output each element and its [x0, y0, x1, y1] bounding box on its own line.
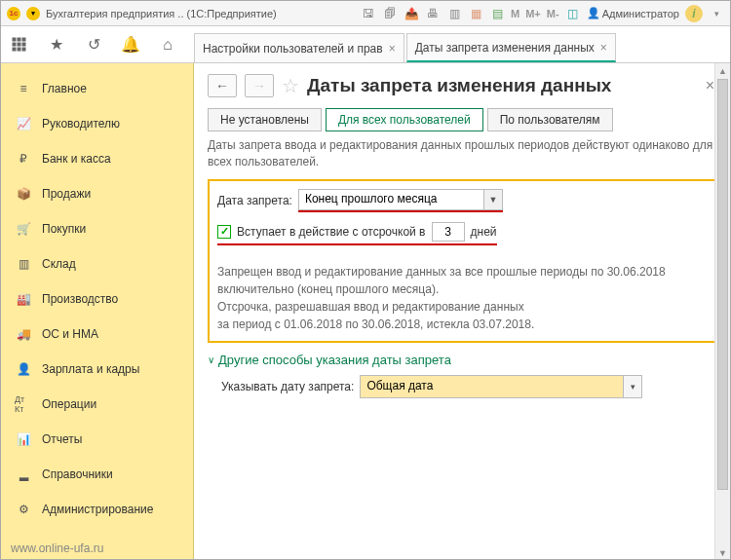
seg-not-set[interactable]: Не установлены	[208, 108, 322, 131]
sidebar-item-production[interactable]: 🏭Производство	[1, 281, 193, 317]
delay-label-pre: Вступает в действие с отсрочкой в	[237, 225, 426, 239]
person-icon: 👤	[15, 360, 32, 378]
m-minus-icon[interactable]: M-	[547, 8, 559, 19]
chart-up-icon: 📈	[15, 115, 32, 132]
seg-by-users[interactable]: По пользователям	[487, 108, 613, 131]
lock-explanation: Запрещен ввод и редактирование данных за…	[217, 263, 709, 333]
scroll-up-icon[interactable]: ▲	[715, 63, 730, 79]
sidebar-item-label: Продажи	[42, 187, 91, 201]
sidebar-item-warehouse[interactable]: ▥Склад	[1, 246, 193, 281]
sidebar-item-label: Руководителю	[42, 117, 120, 131]
svg-rect-0	[13, 38, 16, 41]
sidebar-item-bank[interactable]: ₽Банк и касса	[1, 141, 193, 176]
svg-rect-7	[18, 48, 20, 51]
scope-segment: Не установлены Для всех пользователей По…	[208, 108, 718, 131]
sidebar-item-reports[interactable]: 📊Отчеты	[1, 422, 193, 457]
close-icon[interactable]: ×	[600, 41, 607, 55]
notifications-icon[interactable]: 🔔	[112, 26, 149, 63]
chart-icon[interactable]: ▥	[446, 6, 462, 21]
chevron-down-icon[interactable]: ▾	[623, 375, 642, 398]
sidebar-item-label: Покупки	[42, 222, 86, 236]
titlebar-tools: 🖫 🗐 📤 🖶 ▥ ▦ ▤ M M+ M- ◫ 👤 Администратор …	[361, 5, 724, 22]
tab-user-settings[interactable]: Настройки пользователей и прав ×	[194, 33, 404, 62]
sidebar-item-label: Банк и касса	[42, 152, 111, 166]
close-icon[interactable]: ×	[389, 42, 396, 56]
titlebar: 1c ▾ Бухгалтерия предприятия .. (1С:Пред…	[1, 1, 730, 26]
user-label: Администратор	[602, 8, 679, 19]
mode-label: Указывать дату запрета:	[221, 380, 354, 393]
info-icon[interactable]: i	[685, 5, 703, 22]
nav-forward-button[interactable]: →	[245, 74, 274, 97]
svg-rect-6	[13, 48, 16, 51]
tab-label: Настройки пользователей и прав	[203, 42, 383, 56]
app-menu-dropdown-icon[interactable]: ▾	[26, 7, 40, 20]
gear-icon: ⚙	[15, 501, 32, 518]
app-logo-icon: 1c	[7, 7, 20, 20]
dropdown-icon[interactable]: ▾	[709, 6, 724, 21]
sidebar-item-label: Справочники	[42, 467, 113, 481]
scope-description: Даты запрета ввода и редактирования данн…	[208, 137, 714, 171]
highlight-box: Дата запрета: Конец прошлого месяца ▼ ✓ …	[208, 179, 718, 343]
sidebar-item-operations[interactable]: Дт КтОперации	[1, 387, 193, 422]
delay-label-post: дней	[471, 225, 497, 239]
sidebar-footer: www.online-ufa.ru	[1, 536, 193, 560]
sidebar-item-main[interactable]: ≡Главное	[1, 71, 193, 106]
scroll-track[interactable]	[715, 79, 730, 545]
page-title: Даты запрета изменения данных	[307, 75, 611, 96]
open-tabs: Настройки пользователей и прав × Даты за…	[186, 26, 730, 62]
tab-lock-dates[interactable]: Даты запрета изменения данных ×	[406, 33, 616, 62]
nav-back-button[interactable]: ←	[208, 74, 237, 97]
lock-date-label: Дата запрета:	[217, 194, 292, 207]
print-icon[interactable]: 🖶	[425, 6, 441, 21]
report-icon: 📊	[15, 430, 32, 448]
lock-date-select[interactable]: Конец прошлого месяца ▼	[298, 189, 503, 212]
menu-icon: ≡	[15, 80, 32, 97]
debit-credit-icon: Дт Кт	[15, 395, 32, 413]
vertical-scrollbar[interactable]: ▲ ▼	[714, 63, 730, 560]
delay-days-input[interactable]	[432, 222, 465, 242]
sidebar-item-label: Зарплата и кадры	[42, 362, 139, 376]
box-icon: 📦	[15, 185, 32, 203]
calendar-icon[interactable]: ▦	[468, 6, 483, 21]
seg-all-users[interactable]: Для всех пользователей	[326, 108, 483, 131]
favorite-star-icon[interactable]: ☆	[282, 74, 299, 97]
sidebar-item-sales[interactable]: 📦Продажи	[1, 176, 193, 211]
sidebar-item-salary[interactable]: 👤Зарплата и кадры	[1, 352, 193, 387]
history-icon[interactable]: ↺	[75, 26, 112, 63]
print-preview-icon[interactable]: 🗐	[382, 6, 398, 21]
favorites-icon[interactable]: ★	[38, 26, 75, 63]
svg-rect-4	[18, 43, 20, 46]
scroll-thumb[interactable]	[717, 79, 728, 490]
m-icon[interactable]: M	[511, 8, 519, 19]
scroll-down-icon[interactable]: ▼	[715, 545, 730, 560]
apps-grid-icon[interactable]	[1, 26, 38, 63]
home-icon[interactable]: ⌂	[149, 26, 186, 63]
chevron-down-icon[interactable]: ▼	[483, 189, 503, 210]
lock-date-value: Конец прошлого месяца	[298, 189, 483, 210]
content-area: ← → ☆ Даты запрета изменения данных × Не…	[194, 63, 730, 560]
delay-checkbox[interactable]: ✓	[217, 225, 231, 239]
sidebar-item-reference[interactable]: ▂Справочники	[1, 457, 193, 492]
chevron-down-icon: ∨	[208, 355, 214, 365]
cart-icon: 🛒	[15, 220, 32, 238]
current-user[interactable]: 👤 Администратор	[587, 7, 679, 19]
mode-select[interactable]: Общая дата ▾	[360, 375, 642, 398]
calculator-icon[interactable]: ▤	[489, 6, 505, 21]
ruble-icon: ₽	[15, 150, 32, 168]
panel-toggle-icon[interactable]: ◫	[565, 6, 581, 21]
tab-label: Даты запрета изменения данных	[415, 41, 595, 55]
send-icon[interactable]: 📤	[404, 6, 419, 21]
svg-rect-5	[22, 43, 25, 46]
sidebar-item-admin[interactable]: ⚙Администрирование	[1, 492, 193, 527]
warehouse-icon: ▥	[15, 255, 32, 273]
sidebar-item-label: Главное	[42, 82, 87, 95]
sidebar-item-label: Склад	[42, 257, 76, 271]
save-icon[interactable]: 🖫	[361, 6, 376, 21]
mode-value: Общая дата	[360, 375, 623, 398]
sidebar-item-purchases[interactable]: 🛒Покупки	[1, 211, 193, 246]
user-icon: 👤	[587, 7, 600, 19]
sidebar-item-manager[interactable]: 📈Руководителю	[1, 106, 193, 141]
expander-other-modes[interactable]: ∨ Другие способы указания даты запрета	[208, 353, 718, 367]
sidebar-item-assets[interactable]: 🚚ОС и НМА	[1, 317, 193, 352]
m-plus-icon[interactable]: M+	[525, 8, 541, 19]
